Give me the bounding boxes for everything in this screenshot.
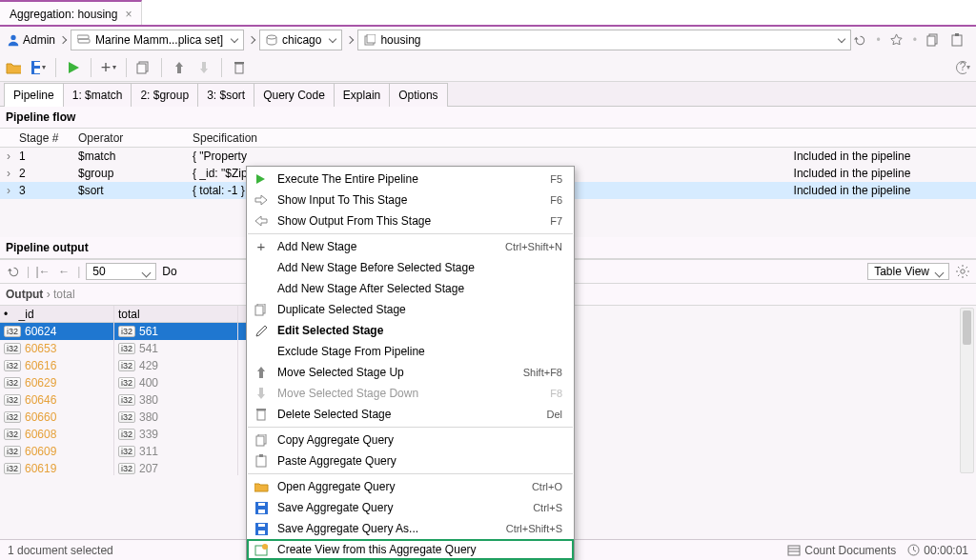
menu-item[interactable]: Create View from this Aggregate Query <box>247 539 574 560</box>
expand-icon[interactable]: › <box>0 150 17 163</box>
type-tag-icon: i32 <box>4 411 21 423</box>
table-row[interactable]: i3260646 i32380 <box>0 391 248 409</box>
stage-status: Included in the pipeline <box>728 150 976 163</box>
paste-icon[interactable] <box>949 32 965 48</box>
save-icon[interactable]: ▾ <box>30 60 46 75</box>
menu-item[interactable]: Show Output From This Stage F7 <box>247 210 574 231</box>
cell-id: 60624 <box>25 325 56 338</box>
down-arrow-icon[interactable] <box>196 60 212 75</box>
first-page-icon[interactable]: |← <box>35 264 51 279</box>
menu-item[interactable]: Add New Stage Before Selected Stage <box>247 257 574 278</box>
table-row[interactable]: i3260660 i32380 <box>0 409 248 426</box>
grid-col-id[interactable]: • _id <box>0 306 114 322</box>
gear-icon[interactable] <box>955 264 970 279</box>
run-icon[interactable] <box>66 60 81 75</box>
table-row[interactable]: i3260608 i32339 <box>0 426 248 443</box>
col-stage[interactable]: Stage # <box>17 131 78 145</box>
stage-operator: $sort <box>78 184 193 197</box>
table-row[interactable]: i3260629 i32400 <box>0 374 248 391</box>
refresh-icon[interactable] <box>6 264 21 279</box>
title-tab[interactable]: Aggregation: housing × <box>0 0 142 25</box>
toolbar: ▾ +▾ ?▾ <box>0 53 976 82</box>
col-spec[interactable]: Specification <box>193 131 728 145</box>
breadcrumb-connection[interactable]: Marine Mamm...plica set] <box>71 30 244 50</box>
menu-item[interactable]: Add New Stage After Selected Stage <box>247 278 574 299</box>
menu-item[interactable]: Edit Selected Stage <box>247 320 574 341</box>
table-row[interactable]: i3260619 i32207 <box>0 460 248 475</box>
svg-rect-36 <box>257 410 265 420</box>
menu-item[interactable]: Save Aggregate Query As... Ctrl+Shift+S <box>247 518 574 539</box>
view-mode-select[interactable]: Table View <box>867 263 949 280</box>
menu-item-label: Add New Stage <box>277 240 498 253</box>
stage-status: Included in the pipeline <box>728 167 976 180</box>
menu-item[interactable]: Save Aggregate Query Ctrl+S <box>247 497 574 518</box>
svg-rect-16 <box>234 62 244 64</box>
type-tag-icon: i32 <box>4 377 21 389</box>
table-row[interactable]: i3260653 i32541 <box>0 340 248 357</box>
cell-total: 400 <box>139 376 158 390</box>
menu-item[interactable]: Show Input To This Stage F6 <box>247 190 574 210</box>
col-operator[interactable]: Operator <box>78 131 193 145</box>
type-tag-icon: i32 <box>4 463 21 474</box>
count-documents-button[interactable]: Count Documents <box>787 544 896 557</box>
menu-item[interactable]: Copy Aggregate Query <box>247 430 574 450</box>
tab-stage-1[interactable]: 1: $match <box>63 83 132 107</box>
chevron-down-icon[interactable] <box>837 35 844 43</box>
expand-icon[interactable]: › <box>0 184 17 197</box>
tab-stage-2[interactable]: 2: $group <box>131 83 198 107</box>
menu-item[interactable]: Duplicate Selected Stage <box>247 299 574 320</box>
history-icon[interactable] <box>853 32 868 48</box>
duplicate-icon[interactable] <box>136 60 152 75</box>
chevron-right-icon <box>248 36 255 44</box>
menu-item[interactable]: Move Selected Stage Up Shift+F8 <box>247 362 574 383</box>
chevron-down-icon[interactable] <box>329 35 336 43</box>
menu-item[interactable]: Delete Selected Stage Del <box>247 404 574 425</box>
menu-item[interactable]: Execute The Entire Pipeline F5 <box>247 169 574 190</box>
scrollbar[interactable] <box>960 308 974 473</box>
blank-icon <box>253 344 270 359</box>
add-icon[interactable]: +▾ <box>101 60 116 75</box>
menu-item-label: Add New Stage Before Selected Stage <box>277 261 562 274</box>
chevron-down-icon[interactable] <box>231 35 238 43</box>
menu-item-shortcut: Ctrl+Shift+N <box>505 241 562 252</box>
copy-icon[interactable] <box>925 32 941 48</box>
tab-options[interactable]: Options <box>389 83 447 107</box>
breadcrumb-collection[interactable]: housing <box>357 30 850 50</box>
stage-spec: { "Property <box>193 150 728 163</box>
trash-icon[interactable] <box>232 60 247 75</box>
breadcrumb-user[interactable]: Admin <box>23 33 55 47</box>
prev-page-icon[interactable]: ← <box>56 264 71 279</box>
type-tag-icon: i32 <box>4 429 21 440</box>
sep: | <box>27 265 30 278</box>
menu-item[interactable]: Exclude Stage From Pipeline <box>247 341 574 362</box>
up-icon <box>253 365 270 380</box>
table-row[interactable]: i3260616 i32429 <box>0 357 248 374</box>
menu-item[interactable]: Paste Aggregate Query <box>247 450 574 471</box>
expand-icon[interactable]: › <box>0 167 17 180</box>
tab-stage-3[interactable]: 3: $sort <box>197 83 254 107</box>
open-icon[interactable] <box>6 60 21 75</box>
menu-item-label: Create View from this Aggregate Query <box>277 543 562 556</box>
up-arrow-icon[interactable] <box>172 60 187 75</box>
help-icon[interactable]: ?▾ <box>955 60 970 75</box>
grid-col-total[interactable]: total <box>114 306 238 322</box>
breadcrumb-database[interactable]: chicago <box>259 30 342 50</box>
close-icon[interactable]: × <box>125 8 132 21</box>
output-root[interactable]: Output <box>6 288 43 301</box>
cell-id: 60653 <box>25 342 56 355</box>
menu-item[interactable]: Open Aggregate Query Ctrl+O <box>247 476 574 497</box>
output-child[interactable]: total <box>53 288 75 301</box>
menu-item[interactable]: + Add New Stage Ctrl+Shift+N <box>247 236 574 257</box>
table-row[interactable]: i3260609 i32311 <box>0 443 248 460</box>
page-size-select[interactable]: 50 <box>86 263 156 280</box>
table-row[interactable]: i3260624 i32561 <box>0 323 248 340</box>
svg-rect-11 <box>34 69 40 73</box>
tab-pipeline[interactable]: Pipeline <box>4 83 64 107</box>
tab-explain[interactable]: Explain <box>334 83 390 107</box>
stage-number: 3 <box>17 184 78 197</box>
star-icon[interactable] <box>889 32 905 48</box>
scrollbar-thumb[interactable] <box>963 310 971 345</box>
svg-rect-43 <box>258 510 265 513</box>
tab-query-code[interactable]: Query Code <box>254 83 335 107</box>
pipeline-stage-row[interactable]: › 1 $match { "Property Included in the p… <box>0 148 976 165</box>
